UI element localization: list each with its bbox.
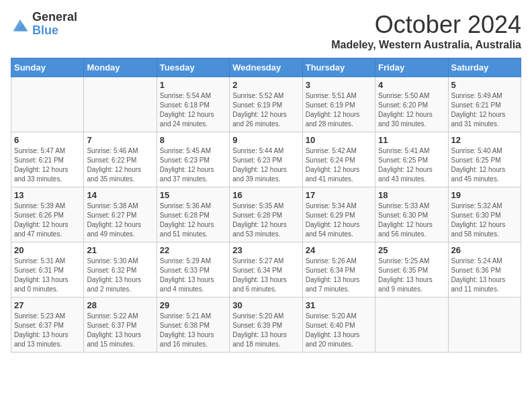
- cell-content: Sunrise: 5:24 AM Sunset: 6:36 PM Dayligh…: [451, 257, 518, 294]
- day-number: 23: [232, 245, 299, 255]
- day-number: 5: [451, 80, 518, 90]
- calendar-cell: 23Sunrise: 5:27 AM Sunset: 6:34 PM Dayli…: [230, 242, 302, 298]
- logo: General Blue: [11, 11, 77, 38]
- cell-content: Sunrise: 5:51 AM Sunset: 6:19 PM Dayligh…: [306, 91, 372, 129]
- cell-content: Sunrise: 5:45 AM Sunset: 6:23 PM Dayligh…: [160, 146, 226, 184]
- calendar-cell: [375, 298, 448, 353]
- title-area: October 2024 Madeley, Western Australia,…: [331, 11, 521, 51]
- calendar-cell: 24Sunrise: 5:26 AM Sunset: 6:34 PM Dayli…: [302, 242, 375, 298]
- calendar-cell: 6Sunrise: 5:47 AM Sunset: 6:21 PM Daylig…: [11, 132, 84, 187]
- day-number: 7: [87, 135, 153, 145]
- cell-content: Sunrise: 5:39 AM Sunset: 6:26 PM Dayligh…: [14, 201, 81, 239]
- cell-content: Sunrise: 5:27 AM Sunset: 6:34 PM Dayligh…: [232, 257, 299, 294]
- cell-content: Sunrise: 5:52 AM Sunset: 6:19 PM Dayligh…: [232, 91, 299, 129]
- day-number: 20: [14, 245, 81, 255]
- weekday-header-cell: Thursday: [302, 58, 375, 77]
- calendar-cell: 21Sunrise: 5:30 AM Sunset: 6:32 PM Dayli…: [84, 242, 157, 298]
- calendar-cell: 4Sunrise: 5:50 AM Sunset: 6:20 PM Daylig…: [375, 77, 448, 132]
- cell-content: Sunrise: 5:31 AM Sunset: 6:31 PM Dayligh…: [14, 257, 81, 294]
- cell-content: Sunrise: 5:40 AM Sunset: 6:25 PM Dayligh…: [451, 146, 518, 184]
- weekday-header-cell: Saturday: [448, 58, 521, 77]
- cell-content: Sunrise: 5:54 AM Sunset: 6:18 PM Dayligh…: [160, 91, 226, 129]
- cell-content: Sunrise: 5:34 AM Sunset: 6:29 PM Dayligh…: [306, 201, 372, 239]
- cell-content: Sunrise: 5:33 AM Sunset: 6:30 PM Dayligh…: [378, 201, 445, 239]
- cell-content: Sunrise: 5:42 AM Sunset: 6:24 PM Dayligh…: [306, 146, 372, 184]
- calendar-week-row: 20Sunrise: 5:31 AM Sunset: 6:31 PM Dayli…: [11, 242, 521, 298]
- day-number: 15: [160, 190, 226, 200]
- calendar-cell: 2Sunrise: 5:52 AM Sunset: 6:19 PM Daylig…: [230, 77, 302, 132]
- day-number: 19: [451, 190, 518, 200]
- location-title: Madeley, Western Australia, Australia: [331, 39, 521, 51]
- calendar-cell: 7Sunrise: 5:46 AM Sunset: 6:22 PM Daylig…: [84, 132, 157, 187]
- cell-content: Sunrise: 5:20 AM Sunset: 6:39 PM Dayligh…: [232, 312, 299, 349]
- day-number: 22: [160, 245, 226, 255]
- calendar-cell: 9Sunrise: 5:44 AM Sunset: 6:23 PM Daylig…: [230, 132, 302, 187]
- calendar-cell: 16Sunrise: 5:35 AM Sunset: 6:28 PM Dayli…: [230, 187, 302, 242]
- calendar-table: SundayMondayTuesdayWednesdayThursdayFrid…: [11, 58, 521, 353]
- day-number: 14: [87, 190, 153, 200]
- calendar-cell: 25Sunrise: 5:25 AM Sunset: 6:35 PM Dayli…: [375, 242, 448, 298]
- cell-content: Sunrise: 5:21 AM Sunset: 6:38 PM Dayligh…: [160, 312, 226, 349]
- calendar-cell: 20Sunrise: 5:31 AM Sunset: 6:31 PM Dayli…: [11, 242, 84, 298]
- day-number: 13: [14, 190, 81, 200]
- cell-content: Sunrise: 5:29 AM Sunset: 6:33 PM Dayligh…: [160, 257, 226, 294]
- calendar-cell: 1Sunrise: 5:54 AM Sunset: 6:18 PM Daylig…: [157, 77, 229, 132]
- calendar-cell: 22Sunrise: 5:29 AM Sunset: 6:33 PM Dayli…: [157, 242, 229, 298]
- weekday-header-cell: Wednesday: [230, 58, 302, 77]
- weekday-header-cell: Tuesday: [157, 58, 229, 77]
- calendar-cell: [448, 298, 521, 353]
- cell-content: Sunrise: 5:38 AM Sunset: 6:27 PM Dayligh…: [87, 201, 153, 239]
- calendar-cell: 30Sunrise: 5:20 AM Sunset: 6:39 PM Dayli…: [230, 298, 302, 353]
- calendar-cell: 17Sunrise: 5:34 AM Sunset: 6:29 PM Dayli…: [302, 187, 375, 242]
- cell-content: Sunrise: 5:49 AM Sunset: 6:21 PM Dayligh…: [451, 91, 518, 129]
- cell-content: Sunrise: 5:20 AM Sunset: 6:40 PM Dayligh…: [306, 312, 372, 349]
- cell-content: Sunrise: 5:26 AM Sunset: 6:34 PM Dayligh…: [306, 257, 372, 294]
- logo-general: General: [32, 11, 77, 24]
- day-number: 3: [306, 80, 372, 90]
- day-number: 27: [14, 300, 81, 310]
- calendar-cell: 27Sunrise: 5:23 AM Sunset: 6:37 PM Dayli…: [11, 298, 84, 353]
- calendar-cell: 3Sunrise: 5:51 AM Sunset: 6:19 PM Daylig…: [302, 77, 375, 132]
- weekday-header-cell: Sunday: [11, 58, 84, 77]
- cell-content: Sunrise: 5:50 AM Sunset: 6:20 PM Dayligh…: [378, 91, 445, 129]
- day-number: 16: [232, 190, 299, 200]
- day-number: 9: [232, 135, 299, 145]
- logo-icon: [11, 15, 30, 34]
- calendar-cell: 14Sunrise: 5:38 AM Sunset: 6:27 PM Dayli…: [84, 187, 157, 242]
- calendar-week-row: 1Sunrise: 5:54 AM Sunset: 6:18 PM Daylig…: [11, 77, 521, 132]
- calendar-cell: 31Sunrise: 5:20 AM Sunset: 6:40 PM Dayli…: [302, 298, 375, 353]
- calendar-cell: 8Sunrise: 5:45 AM Sunset: 6:23 PM Daylig…: [157, 132, 229, 187]
- day-number: 31: [306, 300, 372, 310]
- cell-content: Sunrise: 5:23 AM Sunset: 6:37 PM Dayligh…: [14, 312, 81, 349]
- calendar-cell: 28Sunrise: 5:22 AM Sunset: 6:37 PM Dayli…: [84, 298, 157, 353]
- calendar-week-row: 27Sunrise: 5:23 AM Sunset: 6:37 PM Dayli…: [11, 298, 521, 353]
- day-number: 17: [306, 190, 372, 200]
- day-number: 6: [14, 135, 81, 145]
- day-number: 25: [378, 245, 445, 255]
- day-number: 1: [160, 80, 226, 90]
- cell-content: Sunrise: 5:44 AM Sunset: 6:23 PM Dayligh…: [232, 146, 299, 184]
- cell-content: Sunrise: 5:35 AM Sunset: 6:28 PM Dayligh…: [232, 201, 299, 239]
- day-number: 18: [378, 190, 445, 200]
- day-number: 30: [232, 300, 299, 310]
- weekday-header-cell: Monday: [84, 58, 157, 77]
- month-title: October 2024: [331, 11, 521, 39]
- calendar-cell: 19Sunrise: 5:32 AM Sunset: 6:30 PM Dayli…: [448, 187, 521, 242]
- calendar-cell: 29Sunrise: 5:21 AM Sunset: 6:38 PM Dayli…: [157, 298, 229, 353]
- cell-content: Sunrise: 5:25 AM Sunset: 6:35 PM Dayligh…: [378, 257, 445, 294]
- cell-content: Sunrise: 5:41 AM Sunset: 6:25 PM Dayligh…: [378, 146, 445, 184]
- calendar-cell: 15Sunrise: 5:36 AM Sunset: 6:28 PM Dayli…: [157, 187, 229, 242]
- cell-content: Sunrise: 5:22 AM Sunset: 6:37 PM Dayligh…: [87, 312, 153, 349]
- logo-blue: Blue: [32, 24, 77, 38]
- cell-content: Sunrise: 5:36 AM Sunset: 6:28 PM Dayligh…: [160, 201, 226, 239]
- day-number: 28: [87, 300, 153, 310]
- calendar-cell: 11Sunrise: 5:41 AM Sunset: 6:25 PM Dayli…: [375, 132, 448, 187]
- header: General Blue October 2024 Madeley, Weste…: [11, 11, 521, 51]
- calendar-cell: 18Sunrise: 5:33 AM Sunset: 6:30 PM Dayli…: [375, 187, 448, 242]
- weekday-header-cell: Friday: [375, 58, 448, 77]
- day-number: 11: [378, 135, 445, 145]
- weekday-header-row: SundayMondayTuesdayWednesdayThursdayFrid…: [11, 58, 521, 77]
- calendar-week-row: 13Sunrise: 5:39 AM Sunset: 6:26 PM Dayli…: [11, 187, 521, 242]
- cell-content: Sunrise: 5:32 AM Sunset: 6:30 PM Dayligh…: [451, 201, 518, 239]
- cell-content: Sunrise: 5:47 AM Sunset: 6:21 PM Dayligh…: [14, 146, 81, 184]
